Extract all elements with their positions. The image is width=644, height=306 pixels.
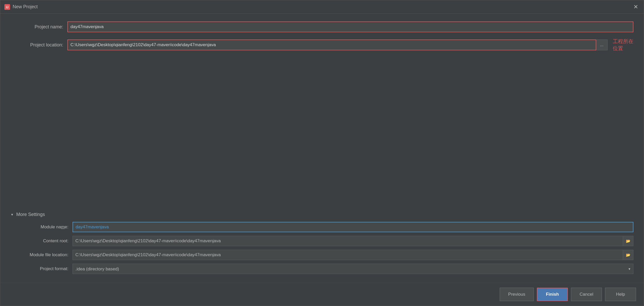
project-name-input[interactable]	[67, 21, 633, 32]
content-root-browse-button[interactable]: 📂	[623, 236, 633, 246]
content-root-input[interactable]	[73, 236, 623, 246]
module-name-label: Module name:	[11, 224, 73, 230]
help-button[interactable]: Help	[605, 288, 636, 301]
project-format-select[interactable]: .idea (directory based)	[73, 264, 633, 274]
module-file-location-label: Module file location:	[11, 252, 73, 257]
project-name-label: Project name:	[11, 24, 67, 30]
more-settings-header[interactable]: ▼ More Settings	[11, 212, 633, 217]
content-root-input-group: 📂	[73, 236, 633, 246]
content-root-row: Content root: 📂	[11, 236, 633, 246]
title-bar-left: IJ New Project	[4, 4, 38, 10]
project-location-browse-button[interactable]: ...	[596, 39, 608, 50]
title-bar: IJ New Project ✕	[0, 0, 644, 14]
project-name-row: Project name:	[11, 21, 633, 32]
module-file-location-row: Module file location: 📂	[11, 250, 633, 260]
project-format-row: Project format: .idea (directory based)	[11, 264, 633, 274]
cancel-button[interactable]: Cancel	[571, 288, 602, 301]
project-location-input[interactable]	[67, 39, 596, 50]
project-location-input-group: ...	[67, 39, 608, 50]
svg-text:IJ: IJ	[6, 5, 9, 9]
spacer	[11, 58, 633, 209]
module-name-row: Module name:	[11, 222, 633, 232]
more-settings-form: Module name: Content root: 📂 Module file…	[11, 222, 633, 275]
location-annotation: 工程所在 位置	[613, 38, 633, 52]
module-file-location-input-group: 📂	[73, 250, 633, 260]
more-settings-chevron-icon: ▼	[11, 213, 14, 216]
app-icon: IJ	[4, 4, 10, 10]
dialog-content: Project name: Project location: ... 工程所在…	[0, 14, 644, 283]
project-format-select-wrapper: .idea (directory based)	[73, 264, 633, 274]
project-format-label: Project format:	[11, 266, 73, 271]
project-location-row: Project location: ... 工程所在 位置	[11, 38, 633, 52]
more-settings-label: More Settings	[16, 212, 45, 217]
module-file-location-browse-button[interactable]: 📂	[623, 250, 633, 260]
previous-button[interactable]: Previous	[500, 288, 534, 301]
module-file-location-input[interactable]	[73, 250, 623, 260]
module-name-input[interactable]	[73, 222, 633, 232]
content-root-label: Content root:	[11, 238, 73, 244]
new-project-dialog: IJ New Project ✕ Project name: Project l…	[0, 0, 644, 306]
dialog-footer: Previous Finish Cancel Help	[0, 283, 644, 306]
project-location-label: Project location:	[11, 42, 67, 48]
dialog-title: New Project	[13, 4, 38, 10]
close-button[interactable]: ✕	[632, 4, 640, 10]
finish-button[interactable]: Finish	[537, 288, 568, 301]
more-settings-section: ▼ More Settings Module name: Content roo…	[11, 209, 633, 275]
